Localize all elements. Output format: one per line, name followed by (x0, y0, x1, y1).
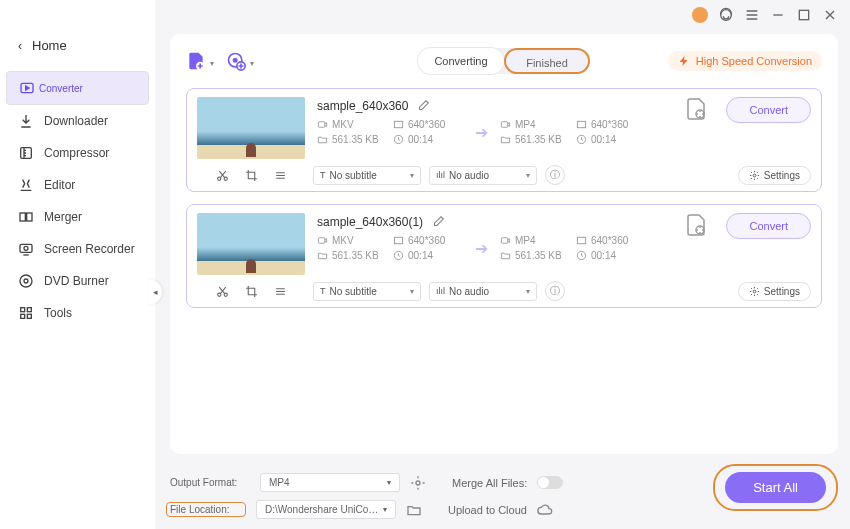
thumbnail[interactable] (197, 213, 305, 275)
sidebar-item-label: Downloader (44, 114, 108, 128)
svg-point-38 (416, 481, 420, 485)
add-file-button[interactable]: ▾ (186, 51, 206, 71)
subtitle-select[interactable]: TNo subtitle▾ (313, 166, 421, 185)
sidebar-item-label: DVD Burner (44, 274, 109, 288)
output-format-select[interactable]: MP4▾ (260, 473, 400, 492)
sidebar-item-merger[interactable]: Merger (0, 201, 155, 233)
sidebar-item-label: Tools (44, 306, 72, 320)
file-settings-icon[interactable] (684, 213, 708, 237)
high-speed-toggle[interactable]: High Speed Conversion (668, 51, 822, 71)
sidebar-item-label: Editor (44, 178, 75, 192)
sidebar-item-downloader[interactable]: Downloader (0, 105, 155, 137)
svg-rect-6 (20, 244, 32, 252)
sidebar-item-label: Converter (39, 83, 83, 94)
sidebar-item-label: Merger (44, 210, 82, 224)
svg-rect-5 (27, 213, 32, 221)
sidebar-item-tools[interactable]: Tools (0, 297, 155, 329)
settings-button[interactable]: Settings (738, 166, 811, 185)
sidebar-item-label: Screen Recorder (44, 242, 135, 256)
crop-icon[interactable] (245, 285, 258, 298)
tab-finished[interactable]: Finished (504, 48, 590, 74)
convert-button[interactable]: Convert (726, 97, 811, 123)
edit-icon[interactable] (431, 215, 445, 229)
cut-icon[interactable] (216, 285, 229, 298)
upload-cloud-label: Upload to Cloud (448, 504, 527, 516)
svg-rect-11 (27, 308, 31, 312)
chevron-down-icon: ▾ (250, 59, 254, 68)
sidebar-item-dvd-burner[interactable]: DVD Burner (0, 265, 155, 297)
svg-rect-31 (501, 238, 507, 244)
tools-icon (18, 305, 34, 321)
open-folder-icon[interactable] (406, 502, 422, 518)
svg-point-8 (20, 275, 32, 287)
arrow-icon: ➔ (469, 239, 494, 258)
resolution-icon (576, 119, 587, 130)
folder-icon (500, 134, 511, 145)
cloud-icon[interactable] (537, 502, 553, 518)
file-settings-icon[interactable] (684, 97, 708, 121)
output-format-label: Output Format: (170, 477, 250, 488)
svg-rect-21 (501, 122, 507, 128)
collapse-sidebar-button[interactable]: ◂ (148, 280, 162, 304)
merge-toggle[interactable] (537, 476, 563, 489)
settings-button[interactable]: Settings (738, 282, 811, 301)
tab-converting[interactable]: Converting (418, 48, 504, 74)
arrow-icon: ➔ (469, 123, 494, 142)
cut-icon[interactable] (216, 169, 229, 182)
sidebar-item-editor[interactable]: Editor (0, 169, 155, 201)
sidebar-item-screen-recorder[interactable]: Screen Recorder (0, 233, 155, 265)
more-icon[interactable] (274, 285, 287, 298)
video-icon (317, 119, 328, 130)
subtitle-select[interactable]: TNo subtitle▾ (313, 282, 421, 301)
file-location-select[interactable]: D:\Wondershare UniConverter 1▾ (256, 500, 396, 519)
maximize-icon[interactable] (796, 7, 812, 23)
home-label: Home (32, 38, 67, 53)
clock-icon (393, 250, 404, 261)
file-card: sample_640x360(1) MKV 561.35 KB 640*360 … (186, 204, 822, 308)
start-all-button[interactable]: Start All (725, 472, 826, 503)
thumbnail[interactable] (197, 97, 305, 159)
convert-button[interactable]: Convert (726, 213, 811, 239)
audio-select[interactable]: ılılNo audio▾ (429, 166, 537, 185)
resolution-icon (393, 119, 404, 130)
sidebar-item-label: Compressor (44, 146, 109, 160)
svg-point-9 (24, 279, 28, 283)
add-disc-button[interactable]: ▾ (226, 51, 246, 71)
clock-icon (576, 134, 587, 145)
svg-rect-28 (318, 238, 324, 244)
chevron-left-icon: ‹ (18, 39, 22, 53)
sidebar-item-compressor[interactable]: Compressor (0, 137, 155, 169)
compress-icon (18, 145, 34, 161)
svg-rect-32 (577, 237, 585, 243)
svg-point-37 (753, 290, 756, 293)
file-name: sample_640x360(1) (317, 215, 423, 229)
video-icon (317, 235, 328, 246)
home-link[interactable]: ‹ Home (0, 30, 155, 61)
account-avatar[interactable] (692, 7, 708, 23)
sidebar-item-converter[interactable]: Converter (6, 71, 149, 105)
edit-icon[interactable] (416, 99, 430, 113)
close-icon[interactable] (822, 7, 838, 23)
folder-icon (500, 250, 511, 261)
add-disc-icon (226, 51, 246, 71)
converter-icon (19, 80, 35, 96)
svg-point-16 (234, 59, 237, 62)
info-button[interactable]: ⓘ (545, 281, 565, 301)
merge-label: Merge All Files: (452, 477, 527, 489)
svg-rect-22 (577, 121, 585, 127)
svg-rect-10 (21, 308, 25, 312)
resolution-icon (393, 235, 404, 246)
info-button[interactable]: ⓘ (545, 165, 565, 185)
more-icon[interactable] (274, 169, 287, 182)
output-settings-icon[interactable] (410, 475, 426, 491)
folder-icon (317, 134, 328, 145)
support-icon[interactable] (718, 7, 734, 23)
menu-icon[interactable] (744, 7, 760, 23)
gear-icon (749, 170, 760, 181)
file-name: sample_640x360 (317, 99, 408, 113)
crop-icon[interactable] (245, 169, 258, 182)
minimize-icon[interactable] (770, 7, 786, 23)
svg-point-7 (24, 246, 28, 250)
resolution-icon (576, 235, 587, 246)
audio-select[interactable]: ılılNo audio▾ (429, 282, 537, 301)
